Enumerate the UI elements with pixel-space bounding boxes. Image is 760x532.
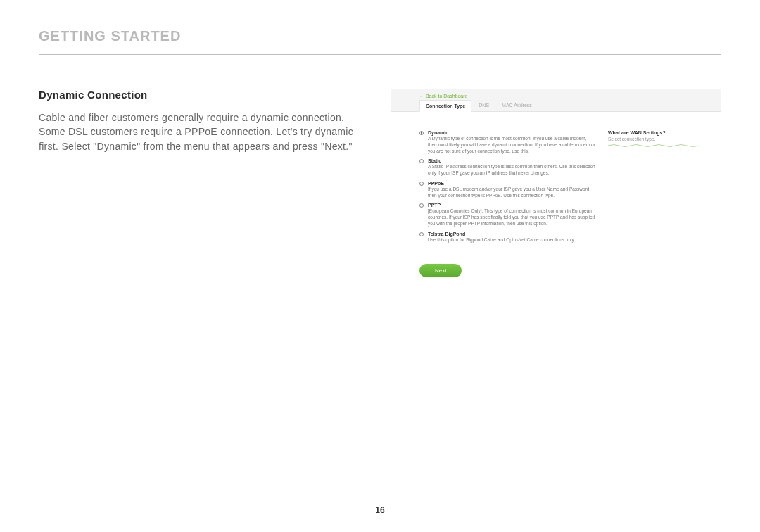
tab-dns[interactable]: DNS [473, 100, 495, 111]
tab-mac-address[interactable]: MAC Address [496, 100, 538, 111]
option-desc: If you use a DSL modem and/or your ISP g… [428, 186, 595, 199]
help-subtitle: Select connection type. [608, 137, 699, 141]
decorative-squiggle-icon [608, 144, 699, 148]
option-desc: Use this option for Bigpond Cable and Op… [428, 237, 595, 243]
option-desc: [European Countries Only]. This type of … [428, 208, 595, 227]
option-telstra[interactable]: Telstra BigPond Use this option for Bigp… [419, 232, 595, 243]
option-pptp[interactable]: PPTP [European Countries Only]. This typ… [419, 203, 595, 227]
radio-icon[interactable] [419, 159, 424, 163]
option-pppoe[interactable]: PPPoE If you use a DSL modem and/or your… [419, 181, 595, 199]
radio-icon[interactable] [419, 131, 424, 135]
tabs-row: Connection Type DNS MAC Address [391, 100, 721, 112]
option-desc: A Static IP address connection type is l… [428, 164, 595, 177]
tab-connection-type[interactable]: Connection Type [419, 100, 471, 112]
option-title: PPPoE [428, 181, 595, 186]
footer-rule [39, 498, 721, 498]
page-heading: GETTING STARTED [39, 28, 721, 55]
right-column: ← Back to Dashboard Connection Type DNS … [391, 89, 721, 286]
router-ui-screenshot: ← Back to Dashboard Connection Type DNS … [391, 89, 721, 286]
body-paragraph: Cable and fiber customers generally requ… [39, 110, 369, 153]
option-title: Telstra BigPond [428, 232, 595, 236]
radio-icon[interactable] [419, 203, 424, 208]
option-static[interactable]: Static A Static IP address connection ty… [419, 158, 595, 177]
left-column: Dynamic Connection Cable and fiber custo… [39, 89, 369, 286]
radio-icon[interactable] [419, 232, 424, 236]
option-title: PPTP [428, 203, 595, 208]
help-sidebar: What are WAN Settings? Select connection… [608, 130, 699, 247]
next-button[interactable]: Next [419, 264, 462, 277]
screenshot-topbar: ← Back to Dashboard [391, 89, 721, 100]
page-number: 16 [0, 505, 760, 515]
option-title: Static [428, 158, 595, 163]
option-title: Dynamic [428, 130, 595, 135]
option-desc: A Dynamic type of connection is the most… [428, 136, 595, 154]
option-dynamic[interactable]: Dynamic A Dynamic type of connection is … [419, 130, 595, 154]
radio-icon[interactable] [419, 182, 424, 186]
connection-type-options: Dynamic A Dynamic type of connection is … [419, 130, 595, 247]
help-title: What are WAN Settings? [608, 130, 699, 135]
subheading: Dynamic Connection [39, 89, 369, 101]
back-to-dashboard-link[interactable]: ← Back to Dashboard [419, 94, 467, 99]
